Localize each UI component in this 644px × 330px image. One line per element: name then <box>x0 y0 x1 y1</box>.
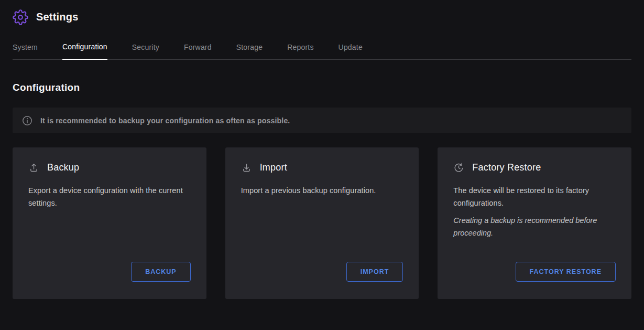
tab-storage[interactable]: Storage <box>236 43 263 59</box>
settings-gear-icon <box>13 9 28 25</box>
factory-restore-card-header: Factory Restore <box>453 162 616 173</box>
page-header: Settings <box>13 0 631 25</box>
factory-restore-button[interactable]: FACTORY RESTORE <box>516 262 616 282</box>
backup-card-title: Backup <box>47 162 79 173</box>
settings-tabs: System Configuration Security Forward St… <box>13 42 631 60</box>
import-button[interactable]: IMPORT <box>346 262 403 282</box>
import-card-actions: IMPORT <box>241 262 403 282</box>
backup-button[interactable]: BACKUP <box>131 262 190 282</box>
tab-configuration[interactable]: Configuration <box>62 42 107 60</box>
factory-restore-card-description: The device will be restored to its facto… <box>453 185 616 210</box>
info-icon <box>22 115 32 126</box>
backup-card-header: Backup <box>28 162 191 173</box>
info-banner: It is recommended to backup your configu… <box>13 108 631 133</box>
section-heading: Configuration <box>13 82 631 93</box>
import-card-title: Import <box>260 162 287 173</box>
page-title: Settings <box>36 11 79 23</box>
configuration-cards: Backup Export a device configuration wit… <box>13 147 631 299</box>
import-card-description: Import a previous backup configuration. <box>241 185 403 197</box>
import-card: Import Import a previous backup configur… <box>225 147 419 299</box>
factory-restore-card-title: Factory Restore <box>472 162 541 173</box>
tab-update[interactable]: Update <box>339 43 363 59</box>
tab-system[interactable]: System <box>13 43 38 59</box>
tab-reports[interactable]: Reports <box>287 43 313 59</box>
tab-security[interactable]: Security <box>132 43 159 59</box>
factory-restore-card: Factory Restore The device will be resto… <box>438 147 631 299</box>
backup-card-description: Export a device configuration with the c… <box>28 185 191 210</box>
settings-page: Settings System Configuration Security F… <box>0 0 644 299</box>
factory-restore-card-note: Creating a backup is recommended before … <box>453 215 616 240</box>
restore-timer-icon <box>453 162 464 173</box>
banner-text: It is recommended to backup your configu… <box>40 116 290 125</box>
import-card-header: Import <box>241 162 403 173</box>
backup-card: Backup Export a device configuration wit… <box>13 147 206 299</box>
download-icon <box>241 162 252 173</box>
backup-card-actions: BACKUP <box>28 262 191 282</box>
upload-icon <box>28 162 39 173</box>
tab-forward[interactable]: Forward <box>184 43 212 59</box>
factory-restore-card-actions: FACTORY RESTORE <box>453 262 616 282</box>
